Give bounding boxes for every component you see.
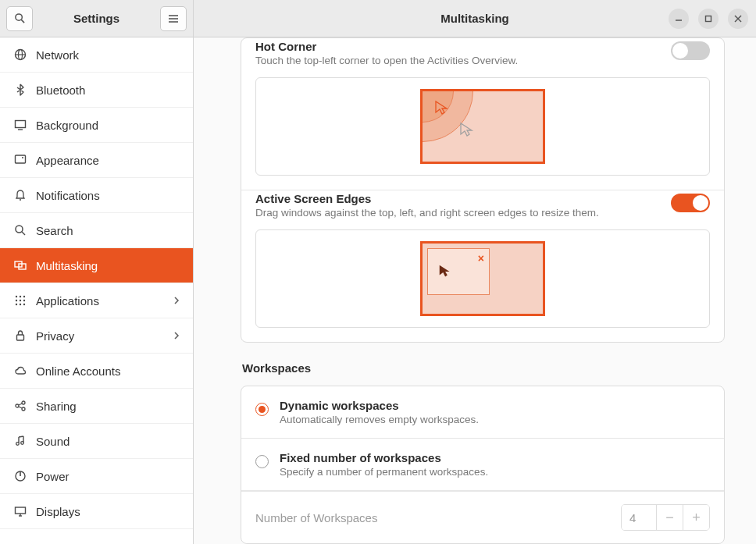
workspaces-section-title: Workspaces [242,361,725,375]
sidebar-item-label: Sharing [36,400,77,413]
hot-corner-title: Hot Corner [255,40,671,53]
num-workspaces-input[interactable] [622,505,656,530]
close-icon [734,15,742,23]
sidebar-item-label: Background [36,119,98,132]
svg-point-29 [22,407,25,411]
display-icon [12,505,28,517]
chevron-right-icon [173,297,180,304]
search-button[interactable] [6,6,33,31]
radio-fixed[interactable] [255,455,269,468]
sidebar-item-power[interactable]: Power [0,459,193,494]
svg-line-30 [19,404,23,405]
svg-point-11 [22,157,23,158]
sidebar-list[interactable]: NetworkBluetoothBackgroundAppearanceNoti… [0,37,193,544]
sidebar-item-background[interactable]: Background [0,108,193,143]
sidebar-item-notifications[interactable]: Notifications [0,178,193,213]
minimize-button[interactable] [669,9,689,29]
bluetooth-icon [12,84,28,96]
hot-corner-toggle[interactable] [671,41,710,60]
close-x-icon: × [478,252,484,265]
sidebar-item-appearance[interactable]: Appearance [0,143,193,178]
page-title: Multitasking [440,12,509,25]
cloud-icon [12,364,28,377]
svg-point-19 [23,296,25,297]
sidebar-item-label: Applications [36,294,99,308]
svg-point-13 [16,226,23,233]
increment-button[interactable]: + [683,505,709,530]
sidebar-item-privacy[interactable]: Privacy [0,318,193,354]
cursor-outline-icon [458,121,477,140]
sidebar-item-label: Appearance [36,154,99,167]
sidebar-title: Settings [39,12,154,25]
sidebar-item-online-accounts[interactable]: Online Accounts [0,354,193,389]
svg-rect-8 [16,121,26,128]
maximize-icon [704,15,712,23]
radio-dynamic[interactable] [255,403,269,416]
cursor-fill-icon [437,263,455,280]
close-button[interactable] [728,9,748,29]
sidebar-item-bluetooth[interactable]: Bluetooth [0,73,193,108]
svg-point-25 [23,304,25,305]
sidebar-item-label: Online Accounts [36,364,120,378]
svg-point-20 [16,300,17,301]
svg-point-22 [23,300,25,301]
window-controls [669,9,748,29]
hamburger-icon [168,13,179,24]
svg-point-21 [20,300,21,301]
sidebar-header: Settings [0,0,193,37]
active-edges-toggle[interactable] [671,194,710,212]
hot-corner-row: Hot Corner Touch the top-left corner to … [241,38,724,190]
minimize-icon [675,15,683,23]
svg-line-31 [19,407,23,408]
sidebar-item-label: Multitasking [36,259,98,272]
svg-point-28 [22,401,25,404]
sidebar-item-sharing[interactable]: Sharing [0,389,193,424]
sidebar-item-label: Network [36,48,79,62]
workspaces-card: Dynamic workspaces Automatically removes… [241,386,725,544]
sidebar-item-label: Sound [36,435,70,448]
svg-rect-40 [706,16,711,21]
svg-rect-10 [16,155,26,163]
sidebar-item-label: Privacy [36,329,74,343]
sidebar-item-applications[interactable]: Applications [0,283,193,318]
svg-point-32 [16,443,20,446]
dynamic-title: Dynamic workspaces [280,399,710,412]
num-workspaces-stepper[interactable]: − + [621,504,710,531]
multitask-icon [12,259,28,272]
fixed-workspaces-option[interactable]: Fixed number of workspaces Specify a num… [241,439,724,491]
hot-corner-desc: Touch the top-left corner to open the Ac… [255,55,671,66]
fixed-title: Fixed number of workspaces [280,451,710,464]
svg-line-1 [21,20,24,23]
dynamic-desc: Automatically removes empty workspaces. [280,414,710,425]
main-header: Multitasking [194,0,756,37]
sidebar-item-label: Search [36,224,73,237]
bell-icon [12,189,28,201]
screen-icon [12,154,28,166]
globe-icon [12,48,28,61]
dynamic-workspaces-option[interactable]: Dynamic workspaces Automatically removes… [241,386,724,439]
sidebar-item-label: Bluetooth [36,84,85,97]
lock-icon [12,329,28,342]
maximize-button[interactable] [698,9,719,29]
decrement-button[interactable]: − [656,505,683,530]
sidebar-item-displays[interactable]: Displays [0,494,193,529]
menu-button[interactable] [160,6,187,31]
sidebar-item-sound[interactable]: Sound [0,424,193,459]
sidebar-item-multitasking[interactable]: Multitasking [0,248,193,283]
content-area[interactable]: Hot Corner Touch the top-left corner to … [194,37,756,544]
num-workspaces-label: Number of Workspaces [255,511,621,524]
svg-point-0 [15,14,21,20]
desktop-icon [12,119,28,131]
share-icon [12,400,28,412]
sidebar-item-network[interactable]: Network [0,37,193,73]
svg-point-23 [16,304,17,305]
svg-rect-36 [16,507,26,514]
svg-point-27 [16,404,19,407]
sidebar-item-label: Displays [36,505,80,518]
music-icon [12,435,28,447]
main-panel: Multitasking Hot Corner [194,0,756,544]
power-icon [12,470,28,482]
sidebar-item-label: Power [36,470,70,483]
active-edges-desc: Drag windows against the top, left, and … [255,207,671,219]
sidebar-item-search[interactable]: Search [0,213,193,248]
